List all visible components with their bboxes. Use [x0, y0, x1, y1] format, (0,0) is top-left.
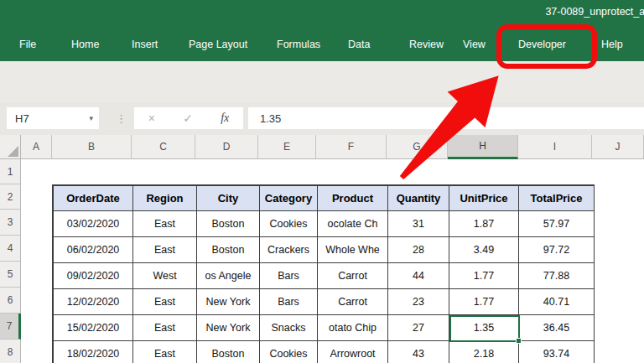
- formula-bar-row: H7 ▾ ⋮ × ✓ fx 1.35: [0, 102, 644, 135]
- table-cell[interactable]: 44: [388, 263, 449, 289]
- formula-value: 1.35: [260, 112, 281, 125]
- tab-help[interactable]: Help: [601, 34, 623, 61]
- formula-input[interactable]: 1.35: [248, 107, 644, 129]
- table-cell[interactable]: 03/02/2020: [54, 211, 133, 237]
- formula-buttons: × ✓ fx: [134, 107, 243, 129]
- table-cell[interactable]: Boston: [197, 237, 260, 263]
- table-cell[interactable]: 28: [388, 237, 449, 263]
- table-cell[interactable]: 97.72: [519, 237, 595, 263]
- row-header-5[interactable]: 5: [0, 262, 21, 288]
- table-cell[interactable]: Arrowroot: [318, 341, 388, 363]
- table-header-cell[interactable]: Product: [318, 186, 388, 211]
- table-cell[interactable]: New York: [197, 315, 260, 341]
- table-cell[interactable]: 15/02/2020: [54, 315, 133, 341]
- table-cell[interactable]: Carrot: [318, 289, 388, 315]
- separator-dots-icon: ⋮: [116, 107, 127, 129]
- column-header-a[interactable]: A: [21, 135, 52, 159]
- table-cell[interactable]: 1.77: [449, 289, 519, 315]
- table-cell[interactable]: Bars: [260, 289, 318, 315]
- sheet-grid: A B C D E F G H I J 1 2 3 4 5 6 7 8 Orde…: [0, 135, 644, 363]
- table-header-cell[interactable]: Quantity: [388, 186, 449, 211]
- tab-data[interactable]: Data: [348, 34, 370, 61]
- table-cell[interactable]: Carrot: [318, 263, 388, 289]
- table-cell[interactable]: Cookies: [260, 341, 318, 363]
- table-cell[interactable]: Snacks: [260, 315, 318, 341]
- column-header-e[interactable]: E: [258, 135, 316, 159]
- table-header-cell[interactable]: Category: [260, 186, 318, 211]
- row-header-7-selected[interactable]: 7: [0, 314, 21, 340]
- column-header-f[interactable]: F: [316, 135, 387, 159]
- table-cell[interactable]: East: [133, 341, 197, 363]
- table-cell[interactable]: 12/02/2020: [54, 289, 133, 315]
- table-cell[interactable]: East: [133, 315, 197, 341]
- table-cell[interactable]: 1.77: [449, 263, 519, 289]
- table-cell[interactable]: East: [133, 289, 197, 315]
- document-title: 37-0089_unprotect_al: [545, 6, 644, 18]
- column-header-i[interactable]: I: [518, 135, 592, 159]
- name-box-value: H7: [15, 112, 29, 125]
- name-box[interactable]: H7 ▾: [7, 107, 99, 129]
- table-cell[interactable]: ocolate Ch: [318, 211, 388, 237]
- select-all-button[interactable]: [0, 135, 21, 159]
- table-cell[interactable]: West: [133, 263, 197, 289]
- table-header-cell[interactable]: Region: [133, 186, 197, 211]
- table-cell[interactable]: 2.18: [449, 341, 519, 363]
- tab-file[interactable]: File: [19, 34, 36, 61]
- tab-home[interactable]: Home: [71, 34, 99, 61]
- table-cell[interactable]: Cookies: [260, 211, 318, 237]
- data-table: OrderDate Region City Category Product Q…: [52, 184, 595, 363]
- table-cell[interactable]: 18/02/2020: [54, 341, 133, 363]
- row-header-4[interactable]: 4: [0, 236, 21, 262]
- column-header-d[interactable]: D: [195, 135, 258, 159]
- table-header-cell[interactable]: TotalPrice: [519, 186, 595, 211]
- table-cell[interactable]: 31: [388, 211, 449, 237]
- table-cell[interactable]: New York: [197, 289, 260, 315]
- table-cell[interactable]: 57.97: [519, 211, 595, 237]
- fill-handle[interactable]: [516, 338, 522, 344]
- table-cell[interactable]: Whole Whe: [318, 237, 388, 263]
- table-cell[interactable]: Boston: [197, 341, 260, 363]
- cancel-icon[interactable]: ×: [148, 111, 155, 125]
- table-cell[interactable]: 1.87: [449, 211, 519, 237]
- table-header-cell[interactable]: City: [197, 186, 260, 211]
- row-header-3[interactable]: 3: [0, 210, 21, 236]
- table-cell[interactable]: 77.88: [519, 263, 595, 289]
- table-cell[interactable]: 27: [388, 315, 449, 341]
- table-cell[interactable]: Bars: [260, 263, 318, 289]
- table-cell[interactable]: os Angele: [197, 263, 260, 289]
- table-cell[interactable]: 09/02/2020: [54, 263, 133, 289]
- table-cell[interactable]: otato Chip: [318, 315, 388, 341]
- table-cell[interactable]: 43: [388, 341, 449, 363]
- table-header-cell[interactable]: UnitPrice: [449, 186, 519, 211]
- column-header-g[interactable]: G: [387, 135, 448, 159]
- column-header-c[interactable]: C: [132, 135, 195, 159]
- tab-formulas[interactable]: Formulas: [277, 34, 320, 61]
- name-box-dropdown-icon[interactable]: ▾: [89, 114, 93, 122]
- select-all-triangle-icon: [8, 146, 18, 157]
- table-cell[interactable]: East: [133, 237, 197, 263]
- tab-review[interactable]: Review: [409, 34, 444, 61]
- column-header-h-selected[interactable]: H: [448, 135, 518, 159]
- enter-icon[interactable]: ✓: [183, 111, 193, 125]
- table-cell[interactable]: 06/02/2020: [54, 237, 133, 263]
- table-cell[interactable]: Crackers: [260, 237, 318, 263]
- table-cell[interactable]: Boston: [197, 211, 260, 237]
- row-header-1[interactable]: 1: [0, 159, 21, 184]
- table-header-cell[interactable]: OrderDate: [54, 186, 133, 211]
- row-header-2[interactable]: 2: [0, 184, 21, 210]
- column-header-b[interactable]: B: [52, 135, 132, 159]
- tab-page-layout[interactable]: Page Layout: [189, 34, 247, 61]
- column-header-j[interactable]: J: [592, 135, 644, 159]
- table-cell[interactable]: 93.74: [519, 341, 595, 363]
- tab-view[interactable]: View: [463, 34, 486, 61]
- table-cell[interactable]: East: [133, 211, 197, 237]
- selected-cell-outline: [449, 315, 520, 342]
- row-header-8[interactable]: 8: [0, 340, 21, 363]
- table-cell[interactable]: 3.49: [449, 237, 519, 263]
- table-cell[interactable]: 40.71: [519, 289, 595, 315]
- insert-function-icon[interactable]: fx: [221, 111, 229, 125]
- table-cell[interactable]: 23: [388, 289, 449, 315]
- table-cell[interactable]: 36.45: [519, 315, 595, 341]
- row-header-6[interactable]: 6: [0, 288, 21, 314]
- tab-insert[interactable]: Insert: [132, 34, 158, 61]
